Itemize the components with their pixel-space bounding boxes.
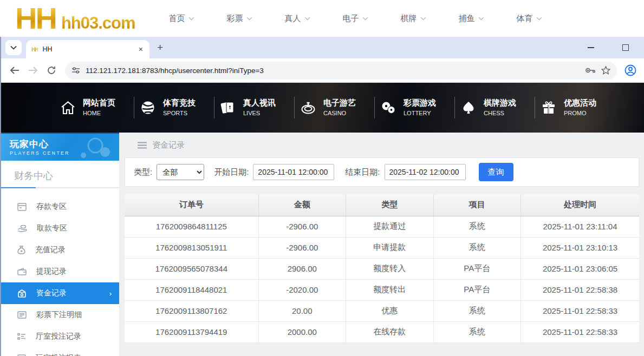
- top-nav-live[interactable]: 真人: [285, 14, 310, 24]
- tab-favicon-icon: HH: [31, 47, 38, 52]
- hero-nav-sports[interactable]: 体育竞技 SPORTS: [140, 98, 214, 118]
- sidebar-item-label: 玩家投注报表: [36, 353, 81, 356]
- funds-stack-icon: [17, 289, 27, 298]
- column-header-time: 处理时间: [521, 194, 640, 216]
- site-header: HH hh03.com 首页 彩票 真人 电子 棋牌 捕鱼 体育: [0, 0, 644, 37]
- cell-project: 系统: [433, 237, 521, 258]
- hero-nav-label-en: HOME: [83, 110, 101, 116]
- top-nav-home[interactable]: 首页: [169, 14, 194, 24]
- tab-close-icon[interactable]: ×: [138, 45, 144, 54]
- sidebar-item-funds-record[interactable]: 资金记录 ›: [1, 282, 119, 304]
- top-nav-label: 首页: [169, 14, 185, 24]
- hero-nav-separator: [134, 97, 134, 118]
- sidebar-item-withdraw-zone[interactable]: 取款专区: [1, 217, 119, 239]
- cell-project: 系统: [433, 300, 521, 321]
- column-header-order-no: 订单号: [125, 194, 258, 216]
- site-settings-icon[interactable]: [71, 67, 80, 74]
- column-header-type: 类型: [346, 194, 434, 216]
- sidebar-menu: 存款专区 取款专区 充值记录 提现记录 资金记录 ›: [1, 188, 119, 356]
- forward-button[interactable]: [25, 62, 41, 78]
- logo-hh-text: HH: [15, 4, 56, 32]
- hero-nav-label-en: PROMO: [564, 110, 587, 116]
- tab-search-button[interactable]: [5, 40, 22, 55]
- top-nav-lottery[interactable]: 彩票: [227, 14, 252, 24]
- top-nav-chess[interactable]: 棋牌: [401, 14, 426, 24]
- window-controls: [588, 37, 629, 58]
- tab-title: HH: [42, 45, 133, 53]
- start-date-input[interactable]: [253, 164, 334, 180]
- cell-type: 在线存款: [346, 321, 434, 342]
- end-date-input[interactable]: [385, 164, 466, 180]
- table-row: 1762009565078344 2906.00 额度转入 PA平台 2025-…: [125, 258, 639, 279]
- deposit-card-icon: [17, 203, 27, 211]
- hero-nav-promo[interactable]: 优惠活动 PROMO: [541, 98, 615, 118]
- site-logo[interactable]: HH hh03.com: [15, 4, 135, 32]
- cell-time: 2025-11-01 22:58:33: [521, 300, 640, 321]
- table-header-row: 订单号 金额 类型 项目 处理时间: [125, 194, 639, 216]
- end-date-label: 结束日期:: [345, 167, 380, 177]
- cell-time: 2025-11-01 22:58:33: [521, 321, 640, 342]
- roulette-icon: [300, 100, 316, 116]
- playing-cards-icon: [220, 100, 236, 116]
- reload-button[interactable]: [43, 62, 60, 78]
- sidebar-item-player-bet-report[interactable]: 玩家投注报表: [1, 347, 119, 356]
- hero-nav: 网站首页 HOME 体育竞技 SPORTS 真人视讯 LIVES 电子游艺: [1, 83, 644, 133]
- sidebar-item-label: 厅室投注记录: [36, 332, 81, 341]
- hero-nav-chess[interactable]: 棋牌游戏 CHESS: [460, 98, 535, 118]
- hero-nav-lottery[interactable]: 彩票游戏 LOTTERY: [380, 98, 454, 118]
- list-frame-icon: [17, 311, 27, 319]
- browser-tab[interactable]: HH HH ×: [26, 40, 149, 58]
- funds-table: 订单号 金额 类型 项目 处理时间 1762009864811125 -2906…: [125, 194, 639, 343]
- sidebar-item-lottery-bet-detail[interactable]: 彩票下注明细: [1, 304, 119, 326]
- query-button[interactable]: 查询: [479, 163, 513, 181]
- chevron-down-icon: [420, 17, 426, 21]
- chevron-down-icon: [362, 17, 368, 21]
- hero-nav-label-cn: 体育竞技: [163, 98, 196, 107]
- cell-project: 系统: [433, 216, 521, 237]
- new-tab-button[interactable]: +: [157, 42, 163, 54]
- main-content: 资金记录 类型: 全部 开始日期: 结束日期: 查询 订单号 金额 类型: [119, 133, 644, 356]
- cell-amount: 2906.00: [258, 258, 346, 279]
- hero-nav-label-en: CHESS: [484, 110, 504, 116]
- back-button[interactable]: [6, 62, 23, 78]
- table-row: 1762009813051911 -2906.00 申请提款 系统 2025-1…: [125, 237, 639, 258]
- window-maximize-button[interactable]: [622, 44, 629, 51]
- cell-order-no: 1762009864811125: [125, 216, 258, 237]
- cell-amount: -2906.00: [258, 237, 346, 258]
- password-key-icon[interactable]: [585, 67, 596, 74]
- hero-nav-separator: [454, 97, 455, 118]
- top-nav-fishing[interactable]: 捕鱼: [459, 14, 484, 24]
- hero-nav-casino[interactable]: 电子游艺 CASINO: [300, 98, 374, 118]
- bookmark-star-icon[interactable]: [601, 66, 610, 75]
- cell-project: 系统: [433, 321, 521, 342]
- chevron-down-icon: [536, 17, 542, 21]
- url-bar[interactable]: 112.121.172.181:8783/hhcp/usercenter.htm…: [65, 62, 617, 80]
- cell-amount: 20.00: [258, 300, 346, 321]
- sidebar-item-withdrawal-record[interactable]: 提现记录: [1, 261, 119, 282]
- window-minimize-button[interactable]: [588, 47, 594, 48]
- profile-avatar[interactable]: [622, 62, 639, 78]
- cell-time: 2025-11-01 23:10:13: [521, 237, 640, 258]
- top-nav-sports[interactable]: 体育: [517, 14, 542, 24]
- hero-nav-home[interactable]: 网站首页 HOME: [60, 98, 134, 118]
- sidebar-item-deposit-zone[interactable]: 存款专区: [1, 196, 119, 217]
- url-text[interactable]: 112.121.172.181:8783/hhcp/usercenter.htm…: [86, 67, 580, 75]
- table-row: 1762009113794419 2000.00 在线存款 系统 2025-11…: [125, 321, 639, 342]
- chevron-down-icon: [478, 17, 484, 21]
- sidebar-item-hall-bet-record[interactable]: 厅室投注记录: [1, 326, 119, 347]
- sidebar: 玩家中心 PLAYERS CENTER 财务中心 存款专区 取款专区: [1, 133, 119, 356]
- table-row: 1762009118448021 -2020.00 额度转出 PA平台 2025…: [125, 279, 639, 300]
- type-select[interactable]: 全部: [157, 164, 204, 180]
- cell-amount: -2906.00: [258, 216, 346, 237]
- chevron-down-icon: [188, 17, 194, 21]
- cell-amount: -2020.00: [258, 279, 346, 300]
- wallet-icon: [17, 268, 27, 275]
- column-header-project: 项目: [433, 194, 521, 216]
- top-nav-slots[interactable]: 电子: [343, 14, 368, 24]
- reload-icon: [47, 66, 56, 75]
- hamburger-icon[interactable]: [138, 142, 147, 149]
- hero-nav-label-en: CASINO: [323, 110, 346, 116]
- hero-nav-lives[interactable]: 真人视讯 LIVES: [220, 98, 294, 118]
- sidebar-header: 玩家中心 PLAYERS CENTER: [1, 133, 119, 161]
- sidebar-item-recharge-record[interactable]: 充值记录: [1, 239, 119, 261]
